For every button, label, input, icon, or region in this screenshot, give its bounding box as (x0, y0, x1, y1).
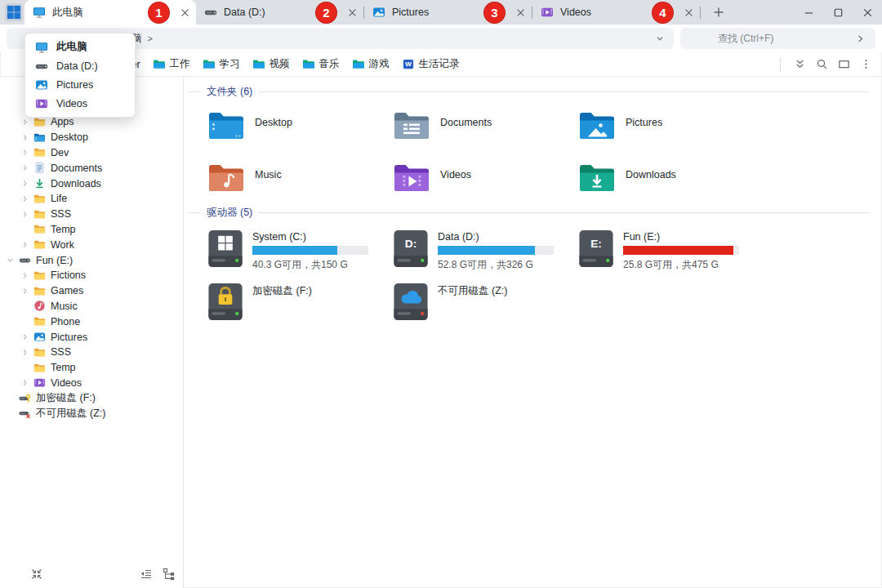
tree-view-button[interactable] (162, 567, 176, 581)
window-controls (794, 0, 882, 24)
quick-access-生活记录[interactable]: W生活记录 (402, 57, 460, 71)
drive-item-Fun (E:)[interactable]: E:Fun (E:)25.8 G可用，共475 G (578, 229, 764, 268)
chevron-slot (18, 315, 31, 328)
maximize-button[interactable] (823, 0, 853, 24)
drive-item-加密磁盘 (F:)[interactable]: 加密磁盘 (F:) (207, 283, 393, 321)
chevron-right-icon[interactable] (18, 269, 31, 282)
search-box[interactable]: 查找 (Ctrl+F) (680, 28, 875, 49)
tab-2[interactable]: Data (D:)2 (196, 0, 363, 24)
tree-item-Videos[interactable]: Videos (0, 376, 183, 391)
folder-videos-icon (393, 162, 430, 194)
tab-close-icon[interactable] (345, 6, 359, 19)
tree-item-Downloads[interactable]: Downloads (0, 176, 183, 191)
tree-item-SSS[interactable]: SSS (0, 345, 183, 360)
menu-item-Data (D:)[interactable]: Data (D:) (25, 56, 135, 75)
drive-usage-bar (252, 246, 368, 255)
tree-item-label: Videos (51, 377, 82, 389)
menu-item-Pictures[interactable]: Pictures (25, 75, 135, 94)
drive-item-Data (D:)[interactable]: D:Data (D:)52.8 G可用，共326 G (393, 229, 578, 268)
folder-item-label: Desktop (255, 117, 292, 145)
view-mode-button[interactable] (833, 54, 855, 75)
quick-access-音乐[interactable]: 音乐 (302, 57, 340, 71)
folder-item-Music[interactable]: Music (207, 162, 393, 198)
more-button[interactable] (855, 54, 877, 75)
folder-item-Documents[interactable]: Documents (393, 109, 578, 145)
chevron-right-icon[interactable] (18, 162, 31, 175)
chevron-right-icon[interactable] (18, 238, 31, 252)
expand-more-button[interactable] (789, 54, 811, 75)
folder-item-Videos[interactable]: Videos (393, 162, 578, 198)
chevron-right-icon[interactable] (18, 284, 31, 297)
folder-teal-icon (302, 58, 315, 70)
tree-item-Temp[interactable]: Temp (0, 222, 183, 238)
folder-item-label: Downloads (626, 169, 676, 198)
chevron-right-icon[interactable] (18, 131, 31, 144)
drive-item-不可用磁盘 (Z:)[interactable]: 不可用磁盘 (Z:) (393, 283, 578, 321)
tree-item-Fun (E:)[interactable]: Fun (E:) (0, 252, 183, 268)
chevron-down-icon[interactable] (654, 33, 666, 44)
tab-1[interactable]: 此电脑1 (24, 0, 196, 24)
drive-lock-icon (207, 283, 243, 321)
tree-item-SSS[interactable]: SSS (0, 207, 183, 222)
folder-item-Pictures[interactable]: Pictures (578, 109, 764, 145)
tree-item-Pictures[interactable]: Pictures (0, 329, 183, 345)
tree-item-加密磁盘 (F:)[interactable]: 加密磁盘 (F:) (0, 390, 183, 406)
folder-yellow-icon (33, 223, 46, 235)
quick-access-label: 生活记录 (419, 57, 460, 71)
search-button[interactable] (811, 54, 833, 75)
menu-item-Videos[interactable]: Videos (25, 94, 135, 113)
tree-item-Desktop[interactable]: Desktop (0, 130, 183, 145)
tab-close-icon[interactable] (514, 6, 527, 19)
tree-item-不可用磁盘 (Z:)[interactable]: 不可用磁盘 (Z:) (0, 406, 183, 421)
folder-item-label: Pictures (626, 117, 662, 145)
app-grid-button[interactable] (5, 3, 23, 21)
tree-item-Games[interactable]: Games (0, 283, 183, 299)
chevron-right-icon[interactable] (18, 331, 31, 344)
folder-yellow-icon (33, 193, 46, 205)
tree-item-Phone[interactable]: Phone (0, 314, 183, 329)
chevron-right-icon[interactable] (18, 177, 31, 190)
close-button[interactable] (853, 0, 882, 24)
quick-access-学习[interactable]: 学习 (203, 57, 240, 71)
drive-error-small-icon (19, 408, 31, 420)
tab-close-icon[interactable] (178, 6, 191, 19)
drive-item-System (C:)[interactable]: System (C:)40.3 G可用，共150 G (207, 229, 393, 268)
tree-item-label: Documents (51, 163, 102, 174)
outdent-button[interactable] (139, 567, 154, 581)
tree-item-Documents[interactable]: Documents (0, 160, 183, 176)
chevron-right-icon[interactable] (18, 207, 31, 220)
quick-access-工作[interactable]: 工作 (153, 57, 190, 71)
chevron-right-icon[interactable] (18, 376, 31, 390)
tree-item-Life[interactable]: Life (0, 191, 183, 207)
chevron-right-icon[interactable] (18, 146, 31, 159)
menu-item-label: Pictures (56, 79, 93, 91)
search-placeholder: 查找 (Ctrl+F) (690, 32, 855, 46)
menu-item-此电脑[interactable]: 此电脑 (25, 38, 135, 56)
tree-item-label: Apps (51, 116, 74, 127)
drives-grid: System (C:)40.3 G可用，共150 GD:Data (D:)52.… (207, 229, 869, 321)
tab-4[interactable]: Videos4 (532, 0, 700, 24)
chevron-right-icon[interactable] (855, 33, 866, 44)
svg-text:E:: E: (590, 238, 602, 250)
chevron-slot (3, 408, 16, 421)
chevron-right-icon[interactable] (18, 192, 31, 205)
tab-close-icon[interactable] (682, 6, 695, 19)
chevron-right-icon[interactable] (18, 345, 31, 359)
tree-item-Dev[interactable]: Dev (0, 145, 183, 161)
new-tab-button[interactable] (708, 2, 729, 23)
minimize-button[interactable] (794, 0, 823, 24)
tree-item-Temp[interactable]: Temp (0, 360, 183, 376)
folder-item-Downloads[interactable]: Downloads (578, 162, 764, 198)
quick-access-游戏[interactable]: 游戏 (352, 57, 390, 71)
chevron-down-icon[interactable] (3, 254, 16, 267)
tree-item-label: 加密磁盘 (F:) (36, 391, 96, 405)
tree-item-Work[interactable]: Work (0, 237, 183, 252)
drive-capacity: 52.8 G可用，共326 G (438, 258, 554, 272)
collapse-all-button[interactable] (29, 567, 44, 581)
tab-dropdown-menu: 此电脑Data (D:)PicturesVideos (24, 33, 136, 118)
tab-3[interactable]: Pictures3 (364, 0, 532, 24)
folder-item-Desktop[interactable]: Desktop (207, 109, 393, 145)
tree-item-Fictions[interactable]: Fictions (0, 268, 183, 283)
quick-access-视频[interactable]: 视频 (252, 57, 290, 71)
tree-item-Music[interactable]: Music (0, 299, 183, 314)
